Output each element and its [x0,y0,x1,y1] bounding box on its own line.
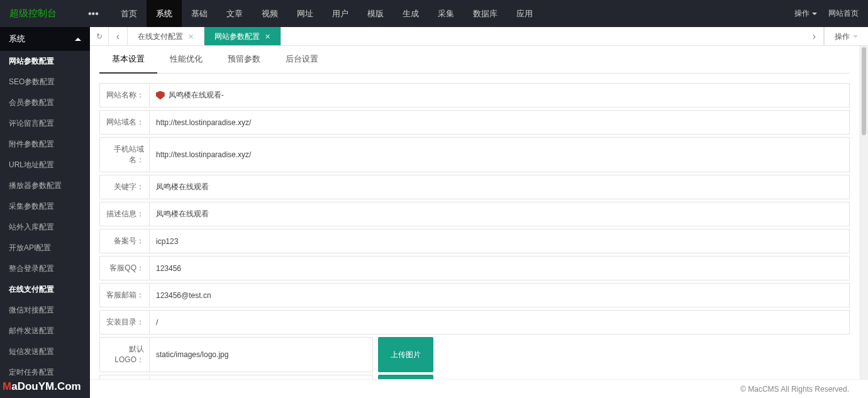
nav-视频[interactable]: 视频 [252,0,287,27]
label-logo: 默认LOGO： [99,337,150,372]
row-install: 安装目录： [99,310,850,334]
sidebar-footer-logo: MaDouYM.Com [0,375,90,398]
chevron-down-icon [853,35,858,38]
close-icon[interactable]: ✕ [188,27,194,46]
nav-用户[interactable]: 用户 [323,0,358,27]
sidebar-item-1[interactable]: SEO参数配置 [0,72,90,92]
scroll-thumb[interactable] [862,47,866,135]
label-waplogo: 手机站LOGO： [99,375,150,379]
sidebar-item-4[interactable]: 附件参数配置 [0,134,90,155]
input-wap-url[interactable] [156,144,843,165]
tab-label: 网站参数配置 [214,27,260,46]
input-email[interactable] [156,285,843,306]
row-logo: 默认LOGO： 上传图片 [99,337,850,372]
input-site-name[interactable] [169,85,843,106]
input-icp[interactable] [156,231,843,252]
row-site-name: 网站名称： [99,83,850,108]
label-email: 客服邮箱： [99,283,150,307]
tab-label: 在线支付配置 [138,27,183,46]
input-desc[interactable] [156,204,843,225]
nav-采集[interactable]: 采集 [428,0,464,27]
row-email: 客服邮箱： [99,283,850,307]
nav-首页[interactable]: 首页 [111,0,147,27]
sub-tabs: 基本设置性能优化预留参数后台设置 [99,46,850,74]
label-site-url: 网站域名： [99,110,150,135]
sidebar-item-9[interactable]: 开放API配置 [0,238,90,258]
config-form: 网站名称： 网站域名： 手机站域名： 关键字： [99,74,850,379]
scrollbar[interactable] [859,46,868,379]
sidebar-item-11[interactable]: 在线支付配置 [0,279,90,300]
main: 在线支付配置✕网站参数配置✕ 操作 基本设置性能优化预留参数后台设置 网站名称：… [90,27,868,398]
tab-在线支付配置[interactable]: 在线支付配置✕ [128,27,204,45]
sidebar-item-5[interactable]: URL地址配置 [0,155,90,175]
input-keywords[interactable] [156,177,843,198]
row-desc: 描述信息： [99,202,850,226]
ellipsis-menu[interactable]: ••• [75,8,111,19]
input-logo[interactable] [156,344,366,365]
row-icp: 备案号： [99,229,850,253]
label-desc: 描述信息： [99,202,150,226]
tab-网站参数配置[interactable]: 网站参数配置✕ [204,27,281,45]
tab-action-dropdown[interactable]: 操作 [824,27,868,45]
sidebar-item-7[interactable]: 采集参数配置 [0,196,90,217]
sidebar-item-14[interactable]: 短信发送配置 [0,341,90,362]
brand-title: 超级控制台 [0,8,75,19]
sidebar-item-13[interactable]: 邮件发送配置 [0,321,90,341]
row-keywords: 关键字： [99,175,850,199]
content-area: 基本设置性能优化预留参数后台设置 网站名称： 网站域名： 手机站域名： [90,46,859,379]
input-install[interactable] [156,312,843,333]
sidebar-item-12[interactable]: 微信对接配置 [0,300,90,321]
sidebar-item-3[interactable]: 评论留言配置 [0,113,90,134]
label-install: 安装目录： [99,310,150,334]
nav-基础[interactable]: 基础 [182,0,217,27]
nav-生成[interactable]: 生成 [393,0,428,27]
shield-icon [156,91,165,100]
sidebar-list: 网站参数配置SEO参数配置会员参数配置评论留言配置附件参数配置URL地址配置播放… [0,51,90,375]
row-waplogo: 手机站LOGO： 上传图片 [99,375,850,379]
subtab-基本设置[interactable]: 基本设置 [99,46,157,74]
tab-prev-icon[interactable] [109,27,128,45]
sidebar-item-0[interactable]: 网站参数配置 [0,51,90,72]
tab-next-icon[interactable] [805,27,824,45]
sidebar-head[interactable]: 系统 [0,27,90,51]
nav-文章[interactable]: 文章 [217,0,252,27]
nav-items: 首页系统基础文章视频网址用户模版生成采集数据库应用 [111,0,542,27]
sidebar: 系统 网站参数配置SEO参数配置会员参数配置评论留言配置附件参数配置URL地址配… [0,27,90,398]
sidebar-item-6[interactable]: 播放器参数配置 [0,175,90,196]
label-keywords: 关键字： [99,175,150,199]
subtab-预留参数[interactable]: 预留参数 [215,46,273,73]
chevron-up-icon [75,38,81,41]
top-nav: 超级控制台 ••• 首页系统基础文章视频网址用户模版生成采集数据库应用 操作 网… [0,0,868,27]
action-dropdown[interactable]: 操作 [794,8,817,19]
upload-logo-button[interactable]: 上传图片 [378,337,433,372]
sidebar-item-10[interactable]: 整合登录配置 [0,258,90,279]
row-qq: 客服QQ： [99,256,850,280]
top-right: 操作 网站首页 [794,8,868,19]
refresh-icon[interactable] [90,27,109,45]
label-qq: 客服QQ： [99,256,150,280]
row-site-url: 网站域名： [99,110,850,135]
label-site-name: 网站名称： [99,83,150,108]
sidebar-item-15[interactable]: 定时任务配置 [0,362,90,375]
nav-数据库[interactable]: 数据库 [464,0,507,27]
upload-waplogo-button[interactable]: 上传图片 [378,375,433,379]
close-icon[interactable]: ✕ [265,27,270,46]
subtab-性能优化[interactable]: 性能优化 [157,46,215,73]
sidebar-item-2[interactable]: 会员参数配置 [0,92,90,113]
input-qq[interactable] [156,258,843,279]
footer-copyright: © MacCMS All Rights Reserved. [90,379,868,398]
sidebar-item-8[interactable]: 站外入库配置 [0,217,90,238]
site-home-link[interactable]: 网站首页 [828,8,859,19]
sidebar-head-label: 系统 [9,33,25,45]
label-icp: 备案号： [99,229,150,253]
nav-网址[interactable]: 网址 [287,0,323,27]
row-wap-url: 手机站域名： [99,137,850,172]
nav-系统[interactable]: 系统 [147,0,182,27]
nav-应用[interactable]: 应用 [507,0,542,27]
chevron-down-icon [812,13,817,15]
nav-模版[interactable]: 模版 [358,0,393,27]
label-wap-url: 手机站域名： [99,137,150,172]
input-site-url[interactable] [156,112,843,133]
tab-bar: 在线支付配置✕网站参数配置✕ 操作 [90,27,868,46]
subtab-后台设置[interactable]: 后台设置 [273,46,331,73]
